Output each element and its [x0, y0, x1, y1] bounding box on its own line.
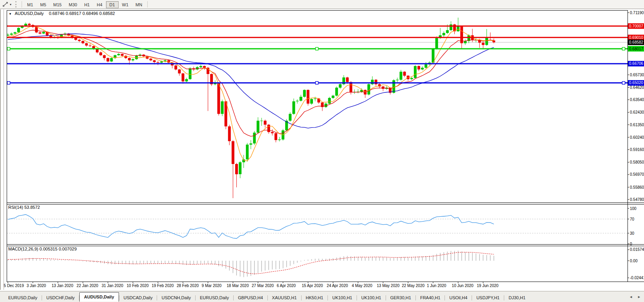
line-handle[interactable]: [7, 48, 10, 50]
tab-usdjpy-h1[interactable]: USDJPY,H1: [472, 294, 504, 302]
tab-xauusd-h1[interactable]: XAUUSD,H1: [268, 294, 301, 302]
rsi-tick-label: 30: [630, 231, 635, 236]
date-tick-label: 22 May 2020: [402, 284, 424, 288]
chart-title: ▼ AUDUSD,Daily 0.68746 0.68917 0.68496 0…: [9, 11, 115, 16]
date-tick-label: 15 Apr 2020: [302, 284, 323, 288]
price-tick-label: 0.58050: [630, 160, 644, 164]
price-tick-label: 0.59160: [630, 147, 644, 152]
price-badge-label: 0.66706: [629, 61, 644, 66]
price-badge-label: 0.68582: [629, 40, 644, 44]
date-tick-label: 3 Jan 2020: [27, 284, 46, 288]
tab-usdcad-daily[interactable]: USDCAD,Daily: [119, 294, 157, 302]
scroll-left-icon[interactable]: ◄: [629, 295, 633, 299]
chart-canvas[interactable]: 0.711900.679200.657300.646200.635400.624…: [0, 0, 644, 302]
line-handle[interactable]: [7, 81, 10, 84]
macd-tick-label: -0.024412: [630, 276, 644, 280]
tab-gbpusd-h4[interactable]: GBPUSD,H4: [234, 294, 267, 302]
date-tick-label: 19 Feb 2020: [152, 284, 174, 288]
tab-fra40-h1[interactable]: FRA40,H1: [416, 294, 445, 302]
tab-eurusd-daily[interactable]: EURUSD,Daily: [196, 294, 233, 302]
date-tick-label: 18 Mar 2020: [227, 284, 249, 288]
scroll-right-icon[interactable]: ►: [637, 295, 641, 299]
price-tick-label: 0.60240: [630, 135, 644, 140]
line-handle[interactable]: [316, 81, 318, 84]
chart-ohlc-values: 0.68746 0.68917 0.68496 0.68582: [49, 11, 115, 16]
date-tick-label: 1 Jun 2020: [427, 284, 446, 288]
date-tick-label: 19 Jun 2020: [477, 284, 498, 288]
date-tick-label: 28 Feb 2020: [177, 284, 199, 288]
macd-indicator-label: MACD(12,26,9) 0.005315 0.007029: [8, 247, 77, 251]
chart-symbol-period: AUDUSD,Daily: [15, 11, 44, 16]
price-tick-label: 0.54780: [630, 197, 644, 202]
window-left-edge: [0, 9, 4, 290]
tab-usdchf-daily[interactable]: USDCHF,Daily: [42, 294, 79, 302]
date-tick-label: 22 Jan 2020: [77, 284, 98, 288]
price-tick-label: 0.64620: [630, 85, 644, 90]
rsi-tick-label: 70: [630, 217, 635, 221]
rsi-tick-label: 100: [630, 206, 637, 211]
price-tick-label: 0.56970: [630, 172, 644, 177]
price-badge-label: 0.65020: [629, 81, 644, 85]
tab-usdcnh-daily[interactable]: USDCNH,Daily: [157, 294, 195, 302]
date-tick-label: 13 May 2020: [377, 284, 400, 288]
tab-usoil-h4[interactable]: USOil,H4: [445, 294, 472, 302]
mt4-window: ▾ M1M5M15M30H1H4D1W1MN 0.711900.679200.6…: [0, 0, 644, 302]
price-tick-label: 0.62430: [630, 110, 644, 114]
chart-tabs-bar: EURUSD,DailyUSDCHF,DailyAUDUSD,DailyUSDC…: [0, 291, 644, 302]
tab-hk50-h1[interactable]: HK50,H1: [302, 294, 328, 302]
price-tick-label: 0.55860: [630, 185, 644, 190]
date-tick-label: 24 Apr 2020: [327, 284, 348, 288]
date-tick-label: 13 Jan 2020: [51, 284, 73, 288]
tab-audusd-daily[interactable]: AUDUSD,Daily: [79, 292, 119, 302]
rsi-indicator-label: RSI(14) 53.8572: [8, 205, 40, 210]
price-tick-label: 0.63540: [630, 98, 644, 102]
price-badge-label: 0.69010: [629, 35, 644, 40]
tab-uk100-h1[interactable]: UK100,H1: [328, 294, 357, 302]
date-tick-label: 25 Dec 2019: [2, 284, 24, 288]
price-badge-label: 0.70007: [629, 24, 644, 28]
line-handle[interactable]: [316, 48, 318, 50]
line-handle[interactable]: [622, 81, 625, 84]
date-tick-label: 9 Mar 2020: [202, 284, 222, 288]
tab-dj30-h1[interactable]: DJ30,H1: [504, 294, 530, 302]
price-tick-label: 0.61350: [630, 123, 644, 127]
tab-uk100-h1[interactable]: UK100,H1: [357, 294, 386, 302]
chart-menu-icon[interactable]: ▼: [9, 12, 12, 16]
tab-ger30-h1[interactable]: GER30,H1: [386, 294, 415, 302]
tab-eurusd-daily[interactable]: EURUSD,Daily: [4, 294, 42, 302]
date-tick-label: 27 Mar 2020: [252, 284, 274, 288]
date-tick-label: 6 Apr 2020: [277, 284, 296, 288]
macd-tick-label: 0.015741: [630, 247, 644, 252]
date-tick-label: 10 Jun 2020: [452, 284, 474, 288]
date-tick-label: 4 May 2020: [352, 284, 373, 288]
rsi-tick-label: 0: [630, 242, 632, 246]
price-tick-label: 0.71190: [630, 11, 644, 15]
macd-tick-label: 0.00: [630, 259, 638, 263]
price-tick-label: 0.65730: [630, 73, 644, 77]
tab-scroll-arrows: ◄ ►: [629, 295, 641, 299]
line-handle[interactable]: [622, 48, 625, 50]
price-badge-label: 0.68017: [629, 47, 644, 51]
date-tick-label: 10 Feb 2020: [127, 284, 149, 288]
date-tick-label: 31 Jan 2020: [102, 284, 123, 288]
